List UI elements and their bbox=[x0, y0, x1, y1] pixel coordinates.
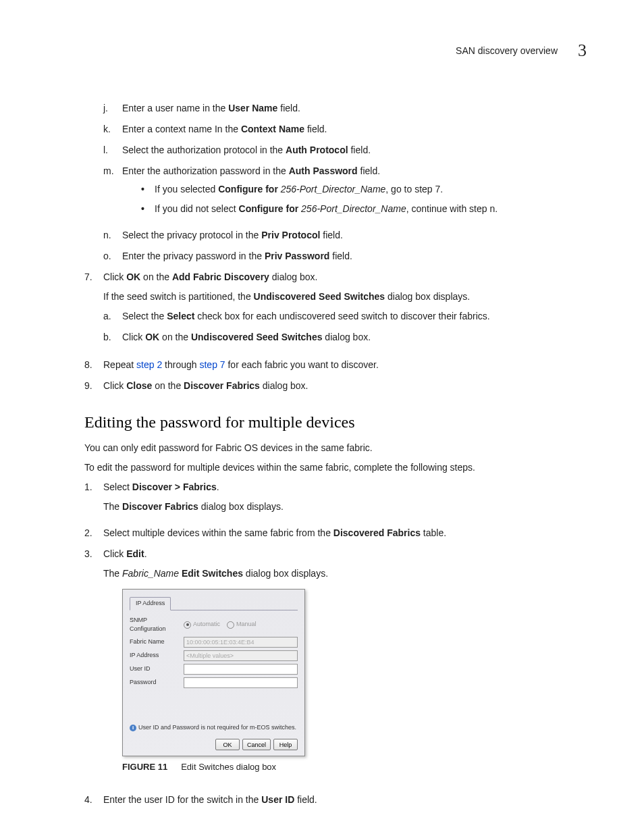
section-intro-2: To edit the password for multiple device… bbox=[84, 461, 587, 475]
label-user-id: User ID bbox=[130, 664, 184, 674]
bullet-configure-no: If you did not select Configure for 256-… bbox=[141, 202, 587, 216]
field-fabric-name: 10:00:00:05:1E:03:4E:B4 bbox=[184, 637, 298, 648]
bullet-configure-yes: If you selected Configure for 256-Port_D… bbox=[141, 182, 587, 197]
step-7b: b. Click OK on the Undiscovered Seed Swi… bbox=[103, 330, 587, 344]
radio-manual[interactable]: Manual bbox=[227, 620, 257, 629]
help-button[interactable]: Help bbox=[273, 739, 298, 750]
running-title: SAN discovery overview bbox=[456, 45, 558, 56]
substep-m: m. Enter the authorization password in t… bbox=[103, 164, 587, 221]
field-password[interactable] bbox=[184, 677, 298, 688]
substep-j: j. Enter a user name in the User Name fi… bbox=[103, 101, 587, 115]
section-heading: Editing the password for multiple device… bbox=[84, 413, 587, 432]
substep-k: k. Enter a context name In the Context N… bbox=[103, 122, 587, 136]
info-icon: i bbox=[130, 725, 136, 731]
field-user-id[interactable] bbox=[184, 664, 298, 675]
cancel-button[interactable]: Cancel bbox=[242, 739, 271, 750]
running-header: SAN discovery overview 3 bbox=[57, 41, 587, 61]
figure-caption: FIGURE 11Edit Switches dialog box bbox=[122, 760, 587, 774]
chapter-number: 3 bbox=[578, 41, 587, 61]
link-step-2[interactable]: step 2 bbox=[136, 359, 162, 370]
tab-ip-address[interactable]: IP Address bbox=[130, 597, 171, 610]
step-9: 9. Click Close on the Discover Fabrics d… bbox=[84, 379, 587, 393]
label-ip-address: IP Address bbox=[130, 651, 184, 660]
step-7a: a. Select the Select check box for each … bbox=[103, 309, 587, 323]
edit-switches-dialog: IP Address SNMP Configuration Automatic … bbox=[122, 589, 305, 756]
substep-o: o. Enter the privacy password in the Pri… bbox=[103, 249, 587, 263]
substep-n: n. Select the privacy protocol in the Pr… bbox=[103, 228, 587, 242]
edit-step-2: 2. Select multiple devices within the sa… bbox=[84, 526, 587, 540]
label-password: Password bbox=[130, 678, 184, 687]
edit-step-4: 4. Enter the user ID for the switch in t… bbox=[84, 793, 587, 807]
substep-l: l. Select the authorization protocol in … bbox=[103, 143, 587, 157]
step-8: 8. Repeat step 2 through step 7 for each… bbox=[84, 358, 587, 372]
step-7: 7. Click OK on the Add Fabric Discovery … bbox=[84, 270, 587, 351]
edit-step-1: 1. Select Discover > Fabrics. The Discov… bbox=[84, 480, 587, 519]
edit-step-3: 3. Click Edit. The Fabric_Name Edit Swit… bbox=[84, 547, 587, 786]
label-snmp-configuration: SNMP Configuration bbox=[130, 616, 184, 634]
link-step-7[interactable]: step 7 bbox=[199, 359, 225, 370]
field-ip-address: <Multiple values> bbox=[184, 650, 298, 661]
ok-button[interactable]: OK bbox=[215, 739, 240, 750]
dialog-note: iUser ID and Password is not required fo… bbox=[130, 723, 298, 733]
section-intro-1: You can only edit password for Fabric OS… bbox=[84, 441, 587, 455]
label-fabric-name: Fabric Name bbox=[130, 637, 184, 647]
radio-automatic[interactable]: Automatic bbox=[184, 620, 220, 629]
